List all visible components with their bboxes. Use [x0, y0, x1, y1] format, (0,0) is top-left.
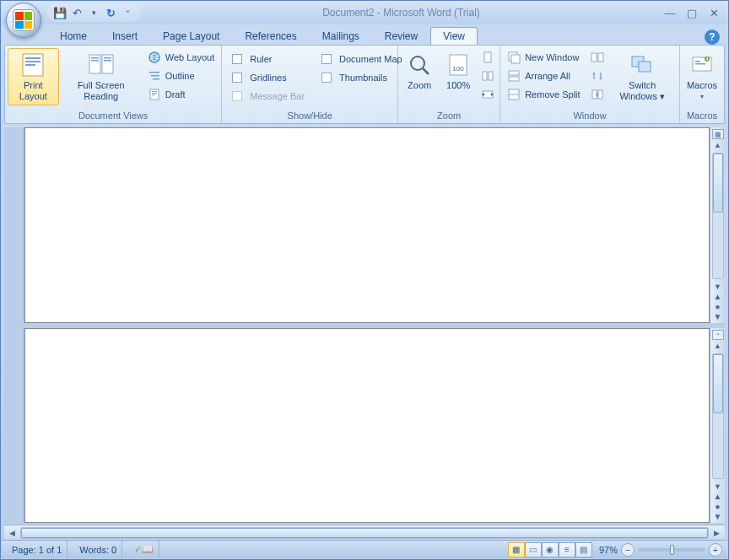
svg-rect-15: [152, 91, 157, 92]
office-button[interactable]: [6, 3, 41, 38]
arrange-all-button[interactable]: Arrange All: [503, 67, 584, 84]
ruler-checkbox[interactable]: Ruler: [228, 50, 309, 67]
title-bar: 💾 ↶ ▾ ↻ ⁼ Document2 - Microsoft Word (Tr…: [1, 1, 728, 24]
maximize-button[interactable]: ▢: [684, 7, 699, 19]
hscroll-thumb[interactable]: [21, 528, 708, 538]
tab-mailings[interactable]: Mailings: [310, 27, 372, 45]
browse-object-icon[interactable]: ●: [715, 303, 720, 311]
reset-position-button[interactable]: [588, 85, 607, 103]
zoom-slider-thumb[interactable]: [670, 545, 674, 555]
thumbnails-checkbox[interactable]: Thumbnails: [317, 68, 407, 86]
horizontal-scrollbar[interactable]: ◀ ▶: [4, 525, 725, 540]
switch-windows-label: Switch Windows ▾: [613, 80, 672, 101]
redo-button[interactable]: ↻: [103, 5, 118, 20]
split-handle-icon[interactable]: ⁃: [712, 330, 724, 340]
new-window-button[interactable]: New Window: [503, 48, 584, 66]
view-web-button[interactable]: ◉: [542, 542, 559, 557]
svg-rect-34: [592, 90, 597, 99]
scroll-up-icon-2[interactable]: ▲: [714, 342, 721, 350]
full-screen-reading-button[interactable]: Full Screen Reading: [61, 48, 142, 105]
tab-review[interactable]: Review: [372, 27, 430, 45]
full-screen-icon: [89, 51, 114, 78]
zoom-in-button[interactable]: +: [709, 543, 722, 557]
zoom-button[interactable]: Zoom: [401, 48, 438, 105]
scroll-down-icon-2[interactable]: ▼: [714, 482, 721, 491]
next-page-icon-2[interactable]: ▼: [714, 513, 722, 521]
undo-button[interactable]: ↶: [69, 5, 84, 20]
status-proofing[interactable]: ✓📖: [129, 541, 159, 558]
zoom-out-button[interactable]: −: [621, 543, 634, 557]
print-layout-icon: [21, 51, 45, 78]
group-document-views: Print Layout Full Screen Reading Web Lay…: [5, 46, 222, 123]
vertical-scrollbar-bottom[interactable]: ⁃ ▲ ▼ ▲ ● ▼: [710, 328, 725, 524]
web-layout-label: Web Layout: [165, 52, 215, 62]
print-layout-label: Print Layout: [12, 80, 55, 101]
hundred-icon: 100: [446, 51, 470, 78]
reset-position-icon: [591, 88, 604, 101]
hscroll-track[interactable]: [20, 527, 709, 539]
scroll-down-icon[interactable]: ▼: [714, 283, 721, 291]
document-map-checkbox[interactable]: Document Map: [317, 50, 407, 67]
svg-rect-7: [91, 60, 99, 62]
switch-windows-button[interactable]: Switch Windows ▾: [608, 48, 677, 105]
scroll-track-top[interactable]: [712, 153, 724, 279]
macros-button[interactable]: Macros ▾: [683, 48, 721, 105]
page-width-button[interactable]: [478, 85, 497, 103]
one-page-icon: [481, 51, 494, 64]
ruler-label: Ruler: [250, 54, 272, 64]
sync-scrolling-button[interactable]: [588, 67, 607, 84]
one-page-button[interactable]: [478, 48, 497, 66]
scroll-up-icon[interactable]: ▲: [714, 141, 721, 149]
document-page-top[interactable]: [24, 127, 710, 323]
bottom-pane: ⁃ ▲ ▼ ▲ ● ▼: [4, 328, 725, 524]
zoom-slider[interactable]: [638, 548, 705, 552]
app-window: 💾 ↶ ▾ ↻ ⁼ Document2 - Microsoft Word (Tr…: [0, 0, 729, 560]
prev-page-icon-2[interactable]: ▲: [714, 493, 722, 501]
draft-button[interactable]: Draft: [143, 85, 219, 103]
undo-dropdown-icon[interactable]: ▾: [86, 5, 101, 20]
tab-insert[interactable]: Insert: [100, 27, 150, 45]
zoom-percent[interactable]: 97%: [599, 545, 618, 555]
status-words[interactable]: Words: 0: [74, 541, 122, 558]
outline-button[interactable]: Outline: [143, 67, 219, 84]
view-print-layout-button[interactable]: ▦: [508, 542, 525, 557]
prev-page-icon[interactable]: ▲: [714, 293, 722, 301]
two-pages-button[interactable]: [478, 67, 497, 84]
hundred-percent-button[interactable]: 100 100%: [440, 48, 477, 105]
view-side-by-side-button[interactable]: [588, 48, 607, 66]
scroll-thumb-top[interactable]: [713, 153, 723, 213]
svg-rect-24: [489, 72, 493, 80]
minimize-button[interactable]: —: [662, 7, 678, 19]
tab-references[interactable]: References: [232, 27, 309, 45]
scroll-thumb-bottom[interactable]: [713, 354, 723, 413]
status-page[interactable]: Page: 1 of 1: [7, 541, 68, 558]
vertical-scrollbar-top[interactable]: ▦ ▲ ▼ ▲ ● ▼: [710, 127, 725, 323]
scroll-right-icon[interactable]: ▶: [710, 529, 723, 537]
qat-customize-icon[interactable]: ⁼: [120, 5, 135, 20]
view-draft-button[interactable]: ▤: [575, 542, 592, 557]
remove-split-button[interactable]: Remove Split: [503, 85, 584, 103]
full-screen-label: Full Screen Reading: [65, 80, 138, 101]
tab-view[interactable]: View: [430, 27, 478, 45]
browse-object-icon-2[interactable]: ●: [715, 503, 720, 511]
svg-rect-16: [152, 93, 157, 94]
save-button[interactable]: 💾: [52, 5, 68, 20]
scroll-left-icon[interactable]: ◀: [6, 529, 19, 537]
web-layout-button[interactable]: Web Layout: [143, 48, 219, 66]
help-button[interactable]: ?: [705, 30, 720, 45]
document-page-bottom[interactable]: [24, 328, 710, 524]
scroll-track-bottom[interactable]: [712, 353, 724, 480]
gridlines-checkbox[interactable]: Gridlines: [228, 68, 309, 86]
ruler-toggle-icon[interactable]: ▦: [712, 129, 724, 139]
svg-point-18: [411, 57, 424, 70]
next-page-icon[interactable]: ▼: [714, 313, 722, 321]
print-layout-button[interactable]: Print Layout: [8, 48, 59, 105]
close-button[interactable]: ✕: [706, 7, 721, 19]
view-outline-button[interactable]: ≡: [559, 542, 575, 557]
view-full-screen-button[interactable]: ▭: [525, 542, 542, 557]
arrange-all-label: Arrange All: [525, 71, 570, 81]
tab-page-layout[interactable]: Page Layout: [150, 27, 232, 45]
draft-label: Draft: [165, 89, 186, 100]
tab-home[interactable]: Home: [47, 27, 100, 45]
group-macros: Macros ▾ Macros: [680, 46, 724, 123]
